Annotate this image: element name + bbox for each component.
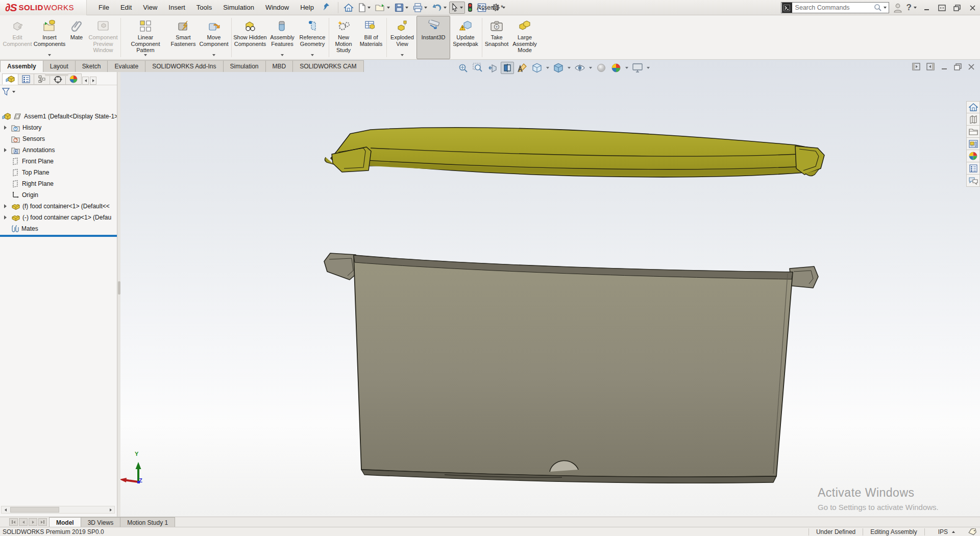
expand-arrow-icon[interactable]	[4, 148, 7, 152]
search-commands-box[interactable]	[781, 2, 889, 13]
windows-cascade-button[interactable]	[951, 2, 963, 13]
panel-splitter-grip[interactable]	[118, 281, 120, 295]
login-user-icon[interactable]	[893, 3, 902, 13]
smart-fasteners-button[interactable]: Smart Fasteners	[169, 16, 198, 59]
tab-solidworks-add-ins[interactable]: SOLIDWORKS Add-Ins	[145, 60, 223, 72]
tree-horizontal-scrollbar[interactable]	[1, 506, 115, 514]
pin-menu-icon[interactable]	[323, 3, 330, 13]
previous-view-button[interactable]	[486, 62, 499, 74]
assembly-features-button[interactable]: Assembly Features	[267, 16, 297, 59]
hide-show-items-caret[interactable]	[589, 67, 592, 69]
search-dropdown-caret[interactable]	[884, 7, 887, 9]
design-library-tab[interactable]	[966, 113, 980, 126]
help-button[interactable]: ?	[906, 3, 912, 13]
apply-scene-button[interactable]	[609, 62, 623, 74]
tab-motion-study-1[interactable]: Motion Study 1	[120, 517, 175, 527]
menu-insert[interactable]: Insert	[163, 1, 191, 14]
tree-item-mates[interactable]: Mates	[0, 223, 117, 234]
home-button[interactable]	[341, 2, 356, 14]
undo-button[interactable]	[430, 2, 449, 14]
reference-geometry-caret[interactable]	[311, 54, 314, 56]
hide-show-items-button[interactable]	[573, 62, 586, 74]
panel-tabs-scroll-left[interactable]	[82, 77, 89, 85]
select-tool-button[interactable]	[449, 2, 465, 14]
tab-solidworks-cam[interactable]: SOLIDWORKS CAM	[292, 60, 363, 72]
dynamic-annotation-views-button[interactable]	[516, 62, 529, 74]
exploded-view-button[interactable]: Exploded View	[388, 16, 416, 59]
custom-properties-tab[interactable]	[966, 162, 980, 175]
tab-assembly[interactable]: Assembly	[0, 60, 43, 72]
display-style-caret[interactable]	[568, 67, 571, 69]
zoom-to-fit-button[interactable]	[456, 62, 470, 74]
model-food-container[interactable]	[322, 248, 820, 487]
apply-scene-caret[interactable]	[625, 67, 628, 69]
close-button[interactable]	[967, 2, 978, 13]
move-component-button[interactable]: Move Component	[198, 16, 230, 59]
tab-mbd[interactable]: MBD	[265, 60, 293, 72]
status-units-selector[interactable]: IPS	[925, 528, 968, 535]
last-tab-button[interactable]	[38, 518, 47, 526]
move-component-caret[interactable]	[212, 54, 215, 56]
print-button[interactable]	[411, 2, 429, 14]
open-button[interactable]	[373, 2, 392, 14]
expand-arrow-icon[interactable]	[4, 215, 7, 220]
tree-item-right-plane[interactable]: Right Plane	[0, 178, 117, 189]
tree-item-food-container-cap[interactable]: (-) food container cap<1> (Defau	[0, 212, 117, 223]
save-dropdown-caret[interactable]	[405, 7, 408, 9]
view-orientation-button[interactable]	[530, 62, 544, 74]
mate-button[interactable]: Mate	[66, 16, 87, 59]
propertymanager-tab[interactable]	[18, 74, 34, 85]
expand-pane-right-icon[interactable]	[926, 63, 935, 70]
save-button[interactable]	[393, 2, 410, 14]
expand-arrow-icon[interactable]	[4, 126, 7, 130]
reference-geometry-button[interactable]: Reference Geometry	[297, 16, 328, 59]
large-assembly-mode-button[interactable]: Large Assembly Mode	[510, 16, 540, 59]
previous-tab-button[interactable]	[19, 518, 28, 526]
menu-simulation[interactable]: Simulation	[217, 1, 260, 14]
featuremanager-tree-tab[interactable]	[2, 74, 18, 85]
view-settings-button[interactable]	[631, 62, 644, 74]
minimize-button[interactable]	[921, 2, 932, 13]
expand-arrow-icon[interactable]	[4, 204, 7, 208]
menu-file[interactable]: File	[93, 1, 115, 14]
view-palette-tab[interactable]	[966, 138, 980, 150]
linear-component-pattern-button[interactable]: Linear Component Pattern	[122, 16, 169, 59]
resize-button[interactable]	[936, 2, 947, 13]
zoom-to-area-button[interactable]	[471, 62, 484, 74]
rollback-bar[interactable]	[0, 235, 117, 237]
file-explorer-tab[interactable]	[966, 126, 980, 138]
undo-dropdown-caret[interactable]	[444, 7, 447, 9]
next-tab-button[interactable]	[29, 518, 37, 526]
menu-edit[interactable]: Edit	[115, 1, 137, 14]
document-minimize-icon[interactable]	[941, 63, 948, 70]
select-tool-dropdown-caret[interactable]	[460, 7, 463, 9]
insert-components-button[interactable]: Insert Components	[33, 16, 66, 59]
document-restore-icon[interactable]	[954, 63, 962, 70]
tab-3d-views[interactable]: 3D Views	[81, 517, 120, 527]
take-snapshot-button[interactable]: Take Snapshot	[483, 16, 510, 59]
filter-funnel-icon[interactable]	[2, 88, 11, 96]
scrollbar-track[interactable]	[9, 506, 107, 513]
insert-components-caret[interactable]	[48, 54, 51, 56]
linear-component-pattern-caret[interactable]	[144, 54, 147, 56]
bill-of-materials-button[interactable]: Bill of Materials	[357, 16, 385, 59]
assembly-features-caret[interactable]	[281, 54, 284, 56]
help-dropdown-caret[interactable]	[914, 7, 917, 9]
tree-item-assembly-root[interactable]: Assem1 (Default<Display State-1>	[0, 111, 117, 122]
tree-item-history[interactable]: History	[0, 122, 117, 133]
show-hidden-components-button[interactable]: Show Hidden Components	[233, 16, 267, 59]
filter-dropdown-caret[interactable]	[12, 91, 15, 93]
exploded-view-caret[interactable]	[401, 54, 404, 56]
scrollbar-thumb[interactable]	[10, 507, 59, 513]
scroll-left-button[interactable]	[2, 506, 9, 513]
search-magnifier-icon[interactable]	[874, 4, 882, 12]
graphics-viewport[interactable]: Y X Z Activate Windows Go to Settings to…	[0, 60, 980, 517]
first-tab-button[interactable]	[9, 518, 18, 526]
panel-splitter[interactable]	[117, 72, 120, 517]
section-view-button[interactable]	[501, 62, 514, 74]
collapse-pane-left-icon[interactable]	[912, 63, 920, 70]
panel-collapse-grip[interactable]	[45, 74, 68, 76]
display-style-button[interactable]	[552, 62, 565, 74]
tree-item-front-plane[interactable]: Front Plane	[0, 156, 117, 167]
print-dropdown-caret[interactable]	[424, 7, 427, 9]
